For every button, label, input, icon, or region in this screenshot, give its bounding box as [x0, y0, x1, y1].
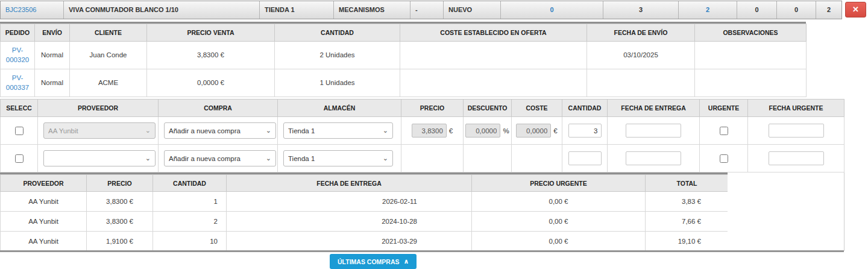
urgente-checkbox[interactable] [720, 154, 728, 163]
close-icon: ✕ [852, 5, 859, 14]
product-name: VIVA CONMUTADOR BLANCO 1/10 [64, 1, 260, 19]
almacen-select[interactable]: Tienda 1⌄ [283, 150, 393, 166]
counter-2: 2 [679, 1, 737, 19]
form-header-descuento: DESCUENTO [464, 100, 512, 117]
lp-header-cantidad: CANTIDAD [153, 175, 227, 192]
form-header-fecha-urgente: FECHA URGENTE [748, 100, 844, 117]
counter-3: 0 [737, 1, 777, 19]
form-header-cantidad: CANTIDAD [562, 100, 608, 117]
panel-bottom-divider [0, 250, 844, 252]
purchase-form-block: SELECC PROVEEDOR COMPRA ALMACÉN PRECIO D… [0, 99, 844, 172]
lp-total: 19,10 € [646, 232, 729, 252]
purchase-form-table: SELECC PROVEEDOR COMPRA ALMACÉN PRECIO D… [0, 99, 844, 172]
chevron-down-icon: ⌄ [383, 127, 388, 134]
form-header-selecc: SELECC [1, 100, 38, 117]
form-header-almacen: ALMACÉN [278, 100, 401, 117]
right-filler-panel [728, 172, 844, 251]
order-envio: Normal [35, 42, 70, 69]
ultimas-compras-toggle-button[interactable]: ÚLTIMAS COMPRAS ∧ [330, 254, 417, 269]
order-coste-oferta [400, 42, 587, 69]
fecha-urgente-input[interactable] [769, 151, 824, 165]
lp-header-total: TOTAL [646, 175, 729, 192]
counter-0: 0 [501, 1, 603, 19]
descuento-empty-cell [464, 145, 512, 172]
order-link[interactable]: PV-000320 [2, 46, 33, 65]
form-header-compra: COMPRA [159, 100, 278, 117]
form-header-coste: COSTE [512, 100, 562, 117]
orders-header-envio: ENVÍO [35, 24, 70, 42]
product-header-bar: BJC23506 VIVA CONMUTADOR BLANCO 1/10 TIE… [0, 1, 842, 19]
order-coste-oferta [400, 69, 587, 97]
lp-precio: 3,8300 € [87, 212, 153, 232]
compra-select[interactable]: Añadir a nueva compra⌄ [164, 150, 276, 166]
orders-header-fecha-envio: FECHA DE ENVÍO [587, 24, 695, 42]
order-precio-venta: 0,0000 € [147, 69, 275, 97]
order-cantidad: 2 Unidades [275, 42, 400, 69]
orders-header-pedido: PEDIDO [1, 24, 35, 42]
coste-unit: € [553, 127, 557, 134]
orders-header-precio-venta: PRECIO VENTA [147, 24, 275, 42]
purchase-form-row: ⌄ Añadir a nueva compra⌄ Tienda 1⌄ [1, 145, 844, 172]
lp-precio-urgente: 0,00 € [472, 232, 646, 252]
counter-1: 3 [603, 1, 679, 19]
cantidad-input[interactable] [568, 151, 602, 165]
lp-header-precio: PRECIO [87, 175, 153, 192]
lp-total: 3,83 € [646, 192, 729, 212]
order-envio: Normal [35, 69, 70, 97]
descuento-unit: % [503, 127, 509, 134]
lp-cantidad: 1 [153, 192, 227, 212]
chevron-down-icon: ⌄ [145, 127, 151, 134]
urgente-checkbox[interactable] [720, 127, 728, 135]
precio-unit: € [449, 127, 453, 134]
last-purchase-row: AA Yunbit 3,8300 € 1 2026-02-11 0,00 € 3… [1, 192, 729, 212]
last-purchases-block: PROVEEDOR PRECIO CANTIDAD FECHA DE ENTRE… [0, 172, 728, 252]
chevron-up-icon: ∧ [403, 258, 409, 265]
purchase-form-row: AA Yunbit⌄ Añadir a nueva compra⌄ Tienda… [1, 117, 844, 145]
compra-select[interactable]: Añadir a nueva compra⌄ [164, 122, 276, 139]
counter-4: 0 [777, 1, 816, 19]
order-link[interactable]: PV-000337 [2, 74, 33, 92]
order-fecha-envio [587, 69, 695, 97]
fecha-entrega-input[interactable] [626, 124, 681, 138]
lp-precio-urgente: 0,00 € [472, 192, 646, 212]
proveedor-select[interactable]: ⌄ [43, 150, 156, 166]
last-purchases-header-row: PROVEEDOR PRECIO CANTIDAD FECHA DE ENTRE… [1, 175, 729, 192]
chevron-down-icon: ⌄ [266, 127, 271, 134]
lp-cantidad: 10 [153, 232, 227, 252]
coste-input[interactable] [516, 124, 551, 138]
chevron-down-icon: ⌄ [145, 155, 151, 162]
order-fecha-envio: 03/10/2025 [587, 42, 695, 69]
lp-precio: 1,9100 € [87, 232, 153, 252]
lp-header-precio-urgente: PRECIO URGENTE [472, 175, 646, 192]
chevron-down-icon: ⌄ [383, 155, 388, 162]
orders-header-cantidad: CANTIDAD [275, 24, 400, 42]
lp-proveedor: AA Yunbit [1, 212, 87, 232]
orders-header-observaciones: OBSERVACIONES [695, 24, 807, 42]
select-row-checkbox[interactable] [15, 154, 24, 163]
proveedor-select[interactable]: AA Yunbit⌄ [43, 122, 156, 139]
precio-input[interactable] [412, 124, 447, 138]
precio-empty-cell [401, 145, 464, 172]
order-cliente: ACME [70, 69, 147, 97]
descuento-input[interactable] [465, 124, 500, 138]
order-row: PV-000320 Normal Juan Conde 3,8300 € 2 U… [1, 42, 807, 69]
lp-header-fecha-entrega: FECHA DE ENTREGA [227, 175, 472, 192]
cantidad-input[interactable] [568, 124, 602, 138]
almacen-select[interactable]: Tienda 1⌄ [283, 122, 393, 139]
ultimas-compras-label: ÚLTIMAS COMPRAS [338, 258, 399, 265]
product-code-link[interactable]: BJC23506 [5, 6, 36, 13]
fecha-entrega-input[interactable] [626, 151, 681, 165]
close-button[interactable]: ✕ [845, 2, 866, 17]
order-row: PV-000337 Normal ACME 0,0000 € 1 Unidade… [1, 69, 807, 97]
lp-precio: 3,8300 € [87, 192, 153, 212]
lp-precio-urgente: 0,00 € [472, 212, 646, 232]
lp-proveedor: AA Yunbit [1, 192, 87, 212]
fecha-urgente-input[interactable] [769, 124, 824, 138]
select-row-checkbox[interactable] [15, 127, 24, 135]
order-pedido-cell: PV-000337 [1, 69, 35, 97]
product-purchase-panel: BJC23506 VIVA CONMUTADOR BLANCO 1/10 TIE… [0, 0, 868, 269]
orders-table-block: PEDIDO ENVÍO CLIENTE PRECIO VENTA CANTID… [0, 22, 806, 97]
form-header-precio: PRECIO [401, 100, 464, 117]
chevron-down-icon: ⌄ [266, 155, 271, 162]
lp-cantidad: 2 [153, 212, 227, 232]
